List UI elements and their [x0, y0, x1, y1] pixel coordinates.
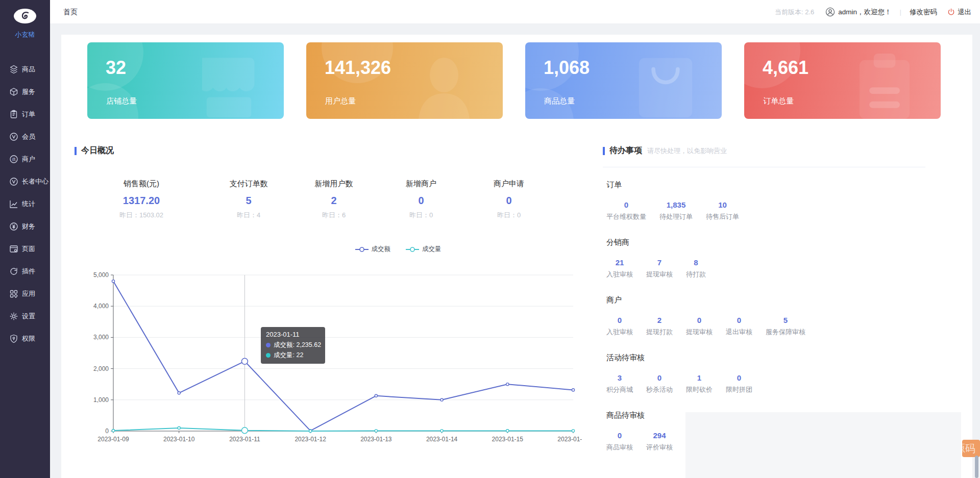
legend-item-amount[interactable]: 成交额 [355, 245, 391, 254]
stat-card-users: 141,326 用户总量 [306, 42, 503, 119]
stat-card-goods: 1,068 商品总量 [525, 42, 722, 119]
todo-item-withdraw-review[interactable]: 7 提现审核 [646, 258, 673, 279]
sidebar-nav: 商品 服务 订单 会员 [0, 58, 50, 350]
todo-item-platform-disputes[interactable]: 0 平台维权数量 [606, 200, 646, 221]
trend-chart-container: 01,0002,0003,0004,0005,0002023-01-092023… [92, 265, 582, 445]
today-stat-paid-orders: 支付订单数 5 昨日：4 [205, 179, 292, 220]
settings-icon [9, 312, 18, 321]
sidebar-item-page[interactable]: 页面 [0, 238, 50, 260]
avatar-icon [825, 7, 835, 17]
chart-legend: 成交额 成交量 [296, 245, 500, 254]
shopping-bag-icon [638, 54, 694, 117]
todo-item-flash-sale[interactable]: 0 秒杀活动 [646, 373, 673, 394]
tooltip-date: 2023-01-11 [266, 331, 320, 338]
sidebar-item-apps[interactable]: 应用 [0, 283, 50, 305]
todo-group-title: 商品待审核 [606, 411, 673, 420]
sidebar-item-label: 会员 [22, 132, 35, 141]
nav-home-tab[interactable]: 首页 [63, 0, 78, 24]
todo-item-service-guarantee-review[interactable]: 5 服务保障审核 [766, 316, 805, 337]
today-stat-new-users: 新增用户数 2 昨日：6 [290, 179, 377, 220]
sidebar-item-label: 插件 [22, 267, 35, 276]
sidebar-item-merchant[interactable]: 供 商户 [0, 148, 50, 170]
todo-item-limited-bargain[interactable]: 1 限时砍价 [686, 373, 713, 394]
todo-group-title: 商户 [606, 295, 805, 305]
todo-item-withdraw-payment[interactable]: 2 提现打款 [646, 316, 673, 337]
sidebar-item-plugin[interactable]: 插件 [0, 260, 50, 283]
todo-item-limited-groupbuy[interactable]: 0 限时拼团 [726, 373, 752, 394]
vertical-scrollbar-thumb[interactable] [975, 456, 978, 478]
sidebar-item-goods[interactable]: 商品 [0, 58, 50, 81]
svg-text:3,000: 3,000 [93, 334, 109, 341]
chart-tooltip: 2023-01-11 成交额: 2,235.62 成交量: 22 [261, 327, 325, 364]
trend-chart[interactable]: 01,0002,0003,0004,0005,0002023-01-092023… [92, 265, 582, 445]
svg-text:2023-01-15: 2023-01-15 [492, 436, 524, 443]
stat-card-label: 订单总量 [763, 96, 794, 106]
stat-value: 5 [205, 195, 292, 207]
sidebar-item-permission[interactable]: 权限 [0, 328, 50, 350]
today-stat-sales: 销售额(元) 1317.20 昨日：1503.02 [98, 179, 185, 220]
finance-icon [9, 222, 18, 231]
sidebar-item-settings[interactable]: 设置 [0, 305, 50, 328]
dashboard-page: 小玄猪 商品 服务 订单 [0, 0, 980, 478]
elder-center-icon [9, 177, 18, 186]
logout-label: 退出 [958, 8, 971, 17]
legend-label: 成交额 [372, 245, 391, 254]
sidebar-item-statistics[interactable]: 统计 [0, 193, 50, 215]
tooltip-row: 成交额: 2,235.62 [266, 341, 320, 349]
todo-item-points-mall[interactable]: 3 积分商城 [606, 373, 633, 394]
todo-group-title: 活动待审核 [606, 353, 752, 363]
todo-item-pending-orders[interactable]: 1,835 待处理订单 [659, 200, 693, 221]
logout-button[interactable]: 退出 [947, 8, 971, 17]
pig-logo-icon [13, 8, 37, 24]
main-panel: 32 店铺总量 141,326 用户总量 1,068 商品总量 [61, 35, 972, 478]
stat-label: 销售额(元) [98, 179, 185, 189]
stat-yesterday: 昨日：0 [378, 211, 464, 220]
svg-text:2023-01-12: 2023-01-12 [295, 436, 326, 443]
sidebar-item-service[interactable]: 服务 [0, 81, 50, 103]
stat-card-value: 1,068 [544, 58, 590, 78]
watermark-badge: 源码 [962, 440, 980, 457]
sidebar-item-finance[interactable]: 财务 [0, 215, 50, 238]
sidebar-item-label: 财务 [22, 222, 35, 231]
todo-group-goods-review: 商品待审核 0 商品审核 294 评价审核 [606, 411, 673, 452]
stat-value: 0 [465, 195, 552, 207]
sidebar-item-elder-center[interactable]: 长者中心 [0, 170, 50, 193]
todo-item-merchant-entry-review[interactable]: 0 入驻审核 [606, 316, 633, 337]
todo-item-pending-payment[interactable]: 8 待打款 [686, 258, 706, 279]
sidebar-item-label: 订单 [22, 110, 35, 119]
svg-text:2023-01-16: 2023-01-16 [557, 436, 582, 443]
power-icon [947, 8, 955, 16]
svg-text:2023-01-14: 2023-01-14 [426, 436, 458, 443]
todo-section-title: 待办事项 请尽快处理，以免影响营业 [603, 145, 727, 156]
stat-label: 商户申请 [465, 179, 552, 189]
user-menu[interactable]: admin，欢迎您！ [825, 7, 891, 17]
todo-item-goods-review[interactable]: 0 商品审核 [606, 431, 633, 452]
sidebar-item-order[interactable]: 订单 [0, 103, 50, 125]
volume-dot-icon [266, 353, 271, 358]
todo-item-aftersale-orders[interactable]: 10 待售后订单 [706, 200, 739, 221]
sidebar-item-label: 权限 [22, 334, 35, 343]
sidebar-item-member[interactable]: 会员 [0, 125, 50, 148]
service-icon [9, 87, 18, 96]
sidebar-item-label: 应用 [22, 289, 35, 298]
svg-text:1,000: 1,000 [93, 396, 109, 404]
legend-item-volume[interactable]: 成交量 [406, 245, 442, 254]
stat-yesterday: 昨日：0 [465, 211, 552, 220]
stat-value: 1317.20 [98, 195, 185, 207]
section-accent-bar [75, 147, 77, 155]
sidebar-item-label: 商户 [22, 155, 35, 164]
today-section-title: 今日概况 [75, 145, 114, 156]
svg-text:2023-01-09: 2023-01-09 [97, 436, 129, 443]
todo-item-entry-review[interactable]: 21 入驻审核 [606, 258, 633, 279]
todo-item-exit-review[interactable]: 0 退出审核 [726, 316, 752, 337]
sidebar-item-label: 页面 [22, 244, 35, 254]
todo-item-comment-review[interactable]: 294 评价审核 [646, 431, 673, 452]
legend-label: 成交量 [422, 245, 442, 254]
stat-card-value: 141,326 [325, 58, 391, 78]
sidebar-item-label: 统计 [22, 199, 35, 209]
app-logo[interactable]: 小玄猪 [0, 8, 50, 39]
stat-card-label: 店铺总量 [106, 96, 137, 106]
svg-text:2,000: 2,000 [93, 365, 109, 372]
change-password-button[interactable]: 修改密码 [910, 8, 937, 17]
todo-item-merchant-withdraw-review[interactable]: 0 提现审核 [686, 316, 713, 337]
